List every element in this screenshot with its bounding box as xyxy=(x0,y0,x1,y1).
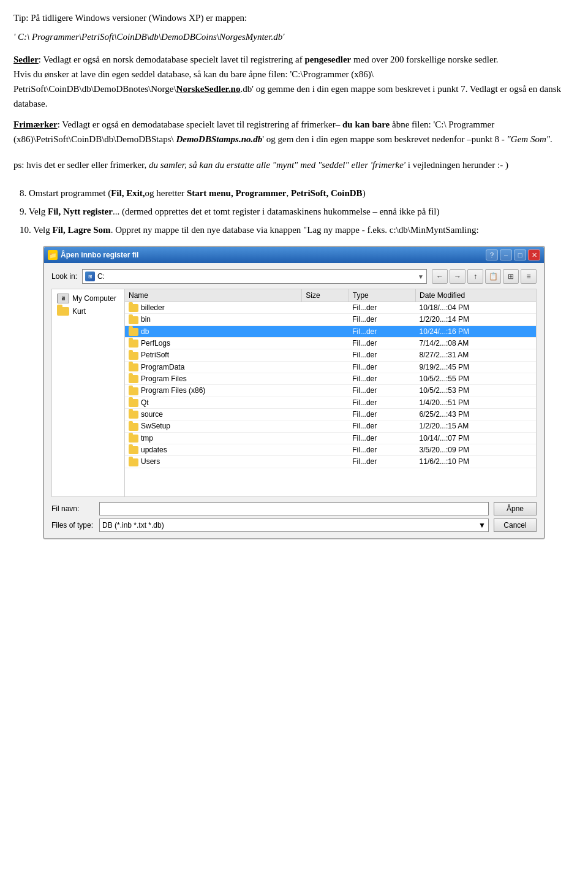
step-10: 10. Velg Fil, Lagre Som. Oppret ny mappe… xyxy=(20,222,575,237)
cell-size xyxy=(302,337,349,349)
dialog-titlebar: 📁 Åpen innbo register fil ? – □ ✕ xyxy=(44,247,544,263)
cell-name: bin xyxy=(125,314,302,325)
folder-icon xyxy=(129,363,138,371)
filename-input[interactable] xyxy=(99,502,489,515)
help-button[interactable]: ? xyxy=(486,249,498,260)
titlebar-controls[interactable]: ? – □ ✕ xyxy=(486,249,540,260)
frimaerker-text3: ' og gem den i din egen mappe som beskre… xyxy=(262,134,507,144)
cell-size xyxy=(302,385,349,397)
cell-date: 10/18/...:04 PM xyxy=(416,302,536,314)
folder-icon xyxy=(129,446,138,454)
cell-name: source xyxy=(125,408,302,420)
col-date[interactable]: Date Modified xyxy=(416,289,536,302)
sedler-section: Sedler: Vedlagt er også en norsk demodat… xyxy=(13,52,575,111)
table-row[interactable]: Program FilesFil...der10/5/2...:55 PM xyxy=(125,373,536,384)
folder-icon xyxy=(129,387,138,395)
table-row[interactable]: Program Files (x86)Fil...der10/5/2...:53… xyxy=(125,385,536,397)
dialog-title-icon: 📁 xyxy=(48,250,58,260)
list-view-button[interactable]: ≡ xyxy=(521,269,537,284)
open-button[interactable]: Åpne xyxy=(494,502,537,515)
cell-type: Fil...der xyxy=(349,361,415,373)
col-size[interactable]: Size xyxy=(302,289,349,302)
cell-type: Fil...der xyxy=(349,444,415,455)
cell-date: 3/5/20...:09 PM xyxy=(416,444,536,455)
cell-name: SwSetup xyxy=(125,420,302,432)
folder-icon xyxy=(129,423,138,431)
dialog-content: 🖥 My Computer Kurt Name Size Type xyxy=(51,289,537,497)
table-row[interactable]: PetriSoftFil...der8/27/2...:31 AM xyxy=(125,349,536,361)
step-8: 8. Omstart programmet (Fil, Exit,og here… xyxy=(20,186,575,200)
table-body: billederFil...der10/18/...:04 PMbinFil..… xyxy=(125,302,536,468)
look-in-combo[interactable]: ⊞ C: ▼ xyxy=(82,269,427,284)
table-row[interactable]: tmpFil...der10/14/...:07 PM xyxy=(125,432,536,444)
file-table: Name Size Type Date Modified billederFil… xyxy=(125,289,536,468)
frimaerker-bolditalic1: DemoDBStamps.no.db xyxy=(176,134,262,144)
filetype-combo[interactable]: DB (*.inb *.txt *.db) ▼ xyxy=(99,519,489,532)
cell-type: Fil...der xyxy=(349,325,415,337)
cell-name: Program Files xyxy=(125,373,302,384)
cell-type: Fil...der xyxy=(349,420,415,432)
left-item-kurt[interactable]: Kurt xyxy=(52,305,124,317)
sedler-bold1: pengesedler xyxy=(304,55,351,64)
ps-text2: i vejledningen herunder :- ) xyxy=(405,160,508,170)
table-row[interactable]: billederFil...der10/18/...:04 PM xyxy=(125,302,536,314)
maximize-button[interactable]: □ xyxy=(514,249,526,260)
back-button[interactable]: ← xyxy=(432,269,448,284)
tip-line2: ' C:\ Programmer\PetriSoft\CoinDB\db\Dem… xyxy=(13,30,575,44)
cell-size xyxy=(302,373,349,384)
cell-name: updates xyxy=(125,444,302,455)
left-item-my-computer[interactable]: 🖥 My Computer xyxy=(52,292,124,305)
cell-date: 1/4/20...:51 PM xyxy=(416,397,536,408)
col-name[interactable]: Name xyxy=(125,289,302,302)
cell-type: Fil...der xyxy=(349,314,415,325)
dialog-body: Look in: ⊞ C: ▼ ← → ↑ 📋 ⊞ ≡ 🖥 My Comput xyxy=(44,263,544,538)
ps-italic1: du samler, så kan du erstatte alle "mynt… xyxy=(149,160,405,170)
look-in-label: Look in: xyxy=(51,272,77,281)
cell-type: Fil...der xyxy=(349,349,415,361)
dialog-title: Åpen innbo register fil xyxy=(61,251,138,259)
cell-size xyxy=(302,408,349,420)
table-row[interactable]: dbFil...der10/24/...:16 PM xyxy=(125,325,536,337)
kurt-label: Kurt xyxy=(72,307,86,316)
cell-date: 8/27/2...:31 AM xyxy=(416,349,536,361)
table-row[interactable]: PerfLogsFil...der7/14/2...:08 AM xyxy=(125,337,536,349)
table-head: Name Size Type Date Modified xyxy=(125,289,536,302)
view-toggle-button[interactable]: ⊞ xyxy=(503,269,519,284)
table-row[interactable]: QtFil...der1/4/20...:51 PM xyxy=(125,397,536,408)
close-button[interactable]: ✕ xyxy=(528,249,540,260)
table-row[interactable]: binFil...der1/2/20...:14 PM xyxy=(125,314,536,325)
frimaerker-section: Frimærker: Vedlagt er også en demodataba… xyxy=(13,117,575,146)
folder-icon xyxy=(129,435,138,443)
folder-icon xyxy=(129,328,138,336)
sedler-text2: med over 200 forskellige norske sedler. xyxy=(351,55,498,64)
table-row[interactable]: UsersFil...der11/6/2...:10 PM xyxy=(125,456,536,468)
cell-date: 11/6/2...:10 PM xyxy=(416,456,536,468)
up-button[interactable]: ↑ xyxy=(467,269,483,284)
forward-button[interactable]: → xyxy=(450,269,466,284)
table-row[interactable]: ProgramDataFil...der9/19/2...:45 PM xyxy=(125,361,536,373)
cell-date: 1/2/20...:15 AM xyxy=(416,420,536,432)
sedler-text1: : Vedlagt er også en norsk demodatabase … xyxy=(39,55,305,64)
new-folder-button[interactable]: 📋 xyxy=(485,269,501,284)
minimize-button[interactable]: – xyxy=(500,249,512,260)
ps-block: ps: hvis det er sedler eller frimerker, … xyxy=(13,158,575,172)
toolbar-buttons: ← → ↑ 📋 ⊞ ≡ xyxy=(432,269,537,284)
cell-name: billeder xyxy=(125,302,302,314)
filetype-value: DB (*.inb *.txt *.db) xyxy=(102,521,164,530)
folder-icon xyxy=(129,375,138,383)
folder-icon xyxy=(129,399,138,407)
cell-date: 9/19/2...:45 PM xyxy=(416,361,536,373)
tip-block: Tip: På tidligere Windows versioner (Win… xyxy=(13,11,575,44)
cell-type: Fil...der xyxy=(349,397,415,408)
filename-row: Fil navn: Åpne xyxy=(51,502,537,515)
table-row[interactable]: updatesFil...der3/5/20...:09 PM xyxy=(125,444,536,455)
file-dialog: 📁 Åpen innbo register fil ? – □ ✕ Look i… xyxy=(43,246,545,539)
cancel-button[interactable]: Cancel xyxy=(494,519,537,532)
cell-date: 1/2/20...:14 PM xyxy=(416,314,536,325)
cell-date: 7/14/2...:08 AM xyxy=(416,337,536,349)
table-row[interactable]: SwSetupFil...der1/2/20...:15 AM xyxy=(125,420,536,432)
cell-size xyxy=(302,432,349,444)
cell-size xyxy=(302,361,349,373)
table-row[interactable]: sourceFil...der6/25/2...:43 PM xyxy=(125,408,536,420)
col-type[interactable]: Type xyxy=(349,289,415,302)
